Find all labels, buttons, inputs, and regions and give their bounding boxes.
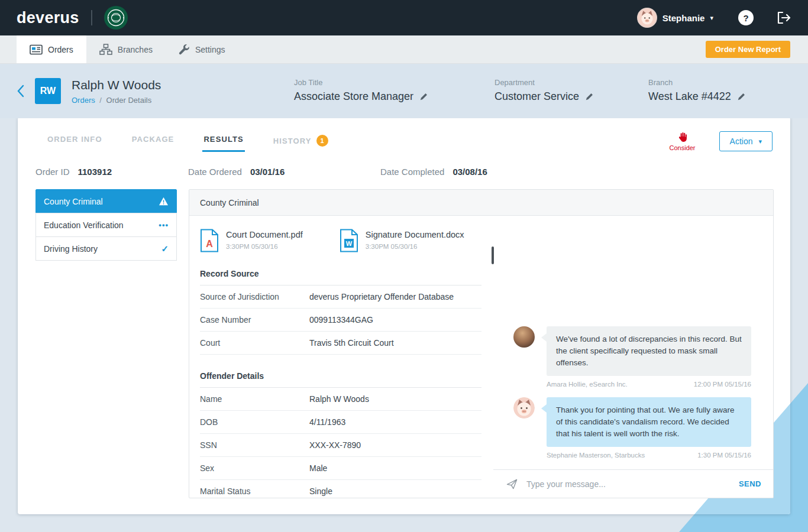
tab-label: PACKAGE <box>132 135 174 144</box>
main-nav: Orders Branches Settings Order New Repor <box>0 35 808 64</box>
edit-pencil-icon[interactable] <box>419 93 428 101</box>
section-heading-offender-details: Offender Details <box>200 371 481 388</box>
message-input[interactable] <box>525 479 731 489</box>
document-docx[interactable]: W Signature Document.docx 3:30PM 05/30/1… <box>340 229 464 252</box>
nav-tab-settings[interactable]: Settings <box>166 35 238 63</box>
check-item-driving-history[interactable]: Driving History ✓ <box>35 236 177 261</box>
edit-pencil-icon[interactable] <box>585 93 593 101</box>
caret-down-icon: ▾ <box>758 138 762 145</box>
svg-text:W: W <box>346 240 353 247</box>
candidate-initials-avatar: RW <box>35 78 61 104</box>
meta-label: Date Completed <box>380 167 444 177</box>
order-details-card: ORDER INFO PACKAGE RESULTS HISTORY 1 <box>18 117 790 514</box>
field-value: Associate Store Manager <box>294 90 413 103</box>
nav-tab-orders[interactable]: Orders <box>17 35 86 63</box>
nav-tab-branches[interactable]: Branches <box>86 35 166 63</box>
panel-title: County Criminal <box>200 198 259 207</box>
paper-plane-icon <box>506 479 518 489</box>
order-new-report-button[interactable]: Order New Report <box>706 41 790 58</box>
avatar-amara <box>513 326 535 348</box>
check-label: Driving History <box>44 244 98 254</box>
help-button[interactable]: ? <box>738 10 754 25</box>
breadcrumb-separator: / <box>99 96 102 105</box>
row-value: deverus Proprietary Offender Database <box>309 292 454 301</box>
row-label: Marital Status <box>200 486 309 496</box>
page-header: RW Ralph W Woods Orders / Order Details … <box>0 64 808 118</box>
candidate-name: Ralph W Woods <box>72 78 161 92</box>
field-label: Job Title <box>294 78 428 87</box>
order-id: Order ID 1103912 <box>35 167 112 177</box>
check-complete-icon: ✓ <box>161 244 169 254</box>
edit-pencil-icon[interactable] <box>737 93 745 101</box>
wrench-icon <box>179 44 190 55</box>
row-label: Source of Jurisdiction <box>200 292 309 301</box>
orders-icon <box>30 44 43 55</box>
date-completed: Date Completed 03/08/16 <box>380 167 487 177</box>
document-pdf[interactable]: A Court Document.pdf 3:30PM 05/30/16 <box>200 229 303 252</box>
field-row: Name Ralph W Woods <box>200 388 481 411</box>
field-job-title: Job Title Associate Store Manager <box>294 78 428 103</box>
chat-bubble: We've found a lot of discrepancies in th… <box>547 326 751 376</box>
breadcrumb: Orders / Order Details <box>72 96 161 105</box>
row-value: Single <box>309 486 332 496</box>
field-row: Court Travis 5th Circuit Court <box>200 332 481 355</box>
row-value: Travis 5th Circuit Court <box>309 338 394 348</box>
row-value: Ralph W Woods <box>309 394 369 404</box>
tab-order-info[interactable]: ORDER INFO <box>46 117 104 152</box>
row-value: 0099113344GAG <box>309 315 373 325</box>
field-row: Case Number 0099113344GAG <box>200 309 481 332</box>
avatar-stephanie-mascot <box>513 397 535 419</box>
result-panel: County Criminal A <box>189 189 774 498</box>
pdf-file-icon: A <box>200 229 219 252</box>
starbucks-logo <box>104 6 128 30</box>
user-name: Stephanie <box>662 13 705 23</box>
field-department: Department Customer Service <box>495 78 593 103</box>
meta-value: 1103912 <box>78 167 112 177</box>
check-item-education-verification[interactable]: Education Verification ••• <box>35 213 177 237</box>
field-branch: Branch West Lake #4422 <box>648 78 745 103</box>
field-row: Sex Male <box>200 457 481 480</box>
check-label: Education Verification <box>44 220 124 230</box>
row-label: Case Number <box>200 315 309 325</box>
action-button[interactable]: Action ▾ <box>719 131 773 151</box>
field-row: SSN XXX-XX-7890 <box>200 434 481 457</box>
back-chevron-icon[interactable] <box>17 85 24 98</box>
send-button[interactable]: SEND <box>739 479 761 488</box>
meta-label: Date Ordered <box>188 167 242 177</box>
question-mark-icon: ? <box>743 13 748 23</box>
document-name: Signature Document.docx <box>366 230 464 239</box>
tab-history[interactable]: HISTORY 1 <box>272 117 329 155</box>
field-row: DOB 4/11/1963 <box>200 411 481 434</box>
panel-title-bar: County Criminal <box>189 190 773 216</box>
chat-message: Thank you for pointing that out. We are … <box>513 397 757 468</box>
breadcrumb-orders-link[interactable]: Orders <box>72 96 95 105</box>
tab-label: ORDER INFO <box>47 135 102 144</box>
check-label: County Criminal <box>44 197 103 206</box>
document-timestamp: 3:30PM 05/30/16 <box>226 243 303 250</box>
scrollbar-thumb[interactable] <box>492 246 494 264</box>
nav-tab-label: Orders <box>48 45 73 54</box>
logout-icon[interactable] <box>776 11 791 25</box>
consider-label: Consider <box>670 144 696 151</box>
app-window: deverus <box>0 0 808 532</box>
user-menu[interactable]: Stephanie ▾ <box>637 8 713 28</box>
breadcrumb-current: Order Details <box>106 96 152 105</box>
meta-value: 03/08/16 <box>453 167 487 177</box>
field-label: Department <box>495 78 593 87</box>
check-item-county-criminal[interactable]: County Criminal <box>35 189 177 213</box>
chat-message: We've found a lot of discrepancies in th… <box>513 326 757 397</box>
tab-results[interactable]: RESULTS <box>202 117 244 152</box>
row-label: Court <box>200 338 309 348</box>
record-details: A Court Document.pdf 3:30PM 05/30/16 <box>189 216 493 498</box>
chat-bubble: Thank you for pointing that out. We are … <box>547 397 751 447</box>
field-value: West Lake #4422 <box>648 90 731 103</box>
date-ordered: Date Ordered 03/01/16 <box>188 167 285 177</box>
chat-panel: We've found a lot of discrepancies in th… <box>493 216 773 498</box>
topbar: deverus <box>0 0 808 35</box>
section-heading-record-source: Record Source <box>200 269 481 286</box>
tab-package[interactable]: PACKAGE <box>131 117 176 152</box>
consider-status[interactable]: Consider <box>670 132 696 151</box>
warning-triangle-icon <box>159 197 169 206</box>
card-tabs: ORDER INFO PACKAGE RESULTS HISTORY 1 <box>18 117 790 157</box>
row-label: DOB <box>200 417 309 427</box>
